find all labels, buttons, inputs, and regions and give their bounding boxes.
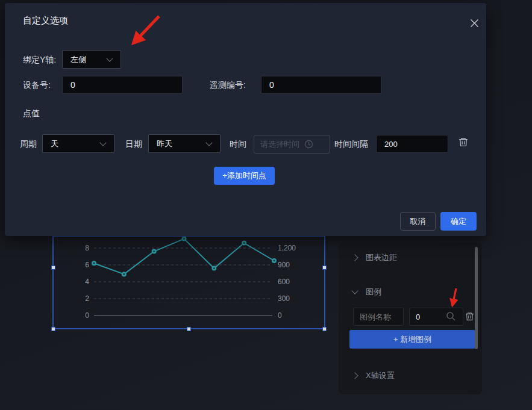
selection-handle-left[interactable] [51, 266, 55, 270]
date-label: 日期 [125, 139, 142, 150]
section-label: 图表边距 [366, 252, 397, 263]
widget-selection-outline [52, 235, 325, 329]
section-label: X轴设置 [366, 370, 395, 381]
close-icon[interactable] [466, 15, 482, 31]
time-placeholder: 请选择时间 [260, 139, 299, 150]
section-legend[interactable]: 图例 [352, 287, 381, 297]
chevron-down-icon [351, 287, 358, 294]
section-label: 图例 [366, 287, 381, 297]
interval-label: 时间间隔 [334, 139, 368, 150]
custom-options-dialog: 自定义选项 绑定Y轴: 左侧 设备号: 遥测编号: 点值 周期 天 日期 昨天 … [5, 3, 486, 236]
point-value-title: 点值 [23, 108, 40, 119]
selection-handle-bottom-center[interactable] [187, 327, 191, 331]
section-chart-margin[interactable]: 图表边距 [352, 252, 397, 263]
selection-handle-bottom-left[interactable] [51, 327, 55, 331]
telemetry-number-input[interactable] [261, 76, 381, 94]
chevron-right-icon [351, 254, 358, 261]
select-value: 昨天 [157, 138, 172, 149]
time-label: 时间 [230, 139, 246, 150]
bind-y-axis-label: 绑定Y轴: [23, 55, 56, 66]
selection-handle-right[interactable] [322, 266, 327, 270]
chart-settings-panel: 图表边距 图例 + 新增图例 X轴设置 [339, 243, 482, 394]
cancel-button[interactable]: 取消 [400, 212, 436, 231]
chevron-down-icon [205, 139, 212, 146]
date-select[interactable]: 昨天 [148, 134, 221, 153]
add-legend-button[interactable]: + 新增图例 [349, 330, 475, 349]
device-number-label: 设备号: [23, 80, 51, 91]
chevron-down-icon [106, 55, 113, 61]
clock-icon [304, 140, 313, 149]
legend-name-input[interactable] [353, 308, 404, 326]
delete-row-icon[interactable] [458, 137, 469, 148]
select-value: 天 [51, 138, 58, 149]
delete-legend-icon[interactable] [465, 311, 475, 321]
bind-y-axis-select[interactable]: 左侧 [62, 50, 121, 69]
chevron-right-icon [351, 372, 358, 379]
add-time-point-button[interactable]: +添加时间点 [214, 167, 275, 185]
telemetry-number-label: 遥测编号: [210, 80, 246, 91]
time-picker-input[interactable]: 请选择时间 [254, 135, 330, 154]
interval-input[interactable] [376, 135, 448, 153]
section-xaxis-settings[interactable]: X轴设置 [352, 370, 395, 381]
select-value: 左侧 [70, 54, 86, 65]
chevron-down-icon [99, 139, 106, 146]
period-label: 周期 [20, 139, 37, 150]
confirm-button[interactable]: 确定 [440, 212, 477, 231]
selection-handle-bottom-right[interactable] [322, 327, 327, 331]
panel-scrollbar[interactable] [475, 247, 478, 349]
search-icon[interactable] [446, 311, 456, 321]
dialog-title: 自定义选项 [23, 15, 68, 26]
period-select[interactable]: 天 [42, 134, 114, 153]
device-number-input[interactable] [62, 76, 183, 94]
